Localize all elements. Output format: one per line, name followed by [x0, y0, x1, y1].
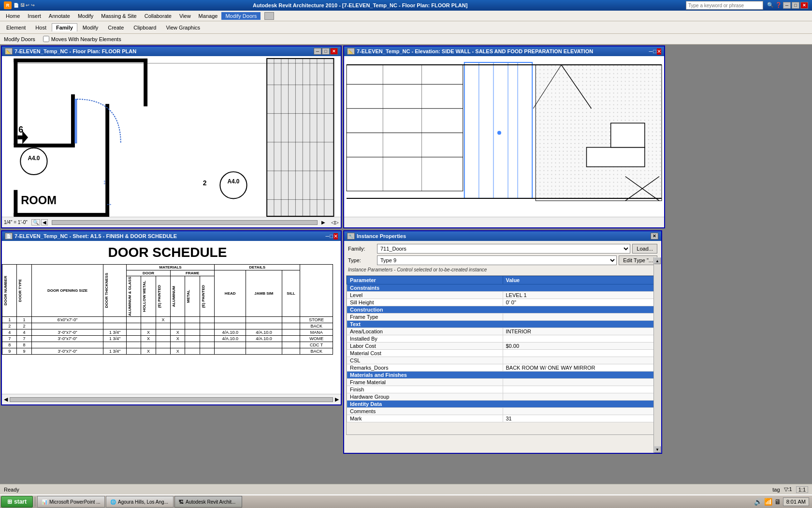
svg-text:2: 2	[203, 179, 207, 187]
floor-plan-statusbar: 1/4" = 1'-0" 🔍 ◀ ▶ ◁▷	[2, 217, 341, 227]
svg-text:↕: ↕	[103, 178, 106, 186]
taskbar-separator	[35, 497, 35, 507]
taskbar-item-browser[interactable]: 🌐 Agoura Hills, Los Ang...	[106, 496, 174, 508]
minimize-btn[interactable]: ─	[783, 2, 791, 9]
zoom-level: 1:1	[796, 486, 808, 493]
tab-view-graphics[interactable]: View Graphics	[161, 23, 204, 32]
svg-rect-6	[14, 190, 17, 216]
prop-labor-cost: Labor Cost$0.00	[347, 343, 659, 350]
tab-create[interactable]: Create	[103, 23, 128, 32]
type-select[interactable]: Type 9	[377, 255, 617, 265]
sched-row-8: 88 CDC T	[2, 342, 333, 348]
instance-desc: Instance Parameters - Control selected o…	[344, 266, 661, 274]
family-select[interactable]: 711_Doors	[377, 244, 630, 254]
svg-rect-56	[587, 148, 645, 167]
fp-maximize[interactable]: □	[322, 48, 330, 55]
prop-hardware-group: Hardware Group	[347, 393, 659, 401]
prop-mark: Mark31	[347, 415, 659, 422]
elev-close[interactable]: ✕	[657, 48, 661, 55]
svg-rect-15	[75, 99, 77, 143]
modify-doors-label: Modify Doors	[4, 36, 35, 42]
ds-close[interactable]: ✕	[334, 233, 338, 239]
elev-maximize[interactable]: □	[653, 48, 656, 55]
prop-level: LevelLEVEL 1	[347, 292, 659, 299]
tab-element[interactable]: Element	[2, 23, 30, 32]
tab-modify[interactable]: Modify	[78, 23, 102, 32]
section-text: Text	[347, 321, 659, 328]
moves-with-nearby-checkbox[interactable]: Moves With Nearby Elements	[43, 36, 121, 42]
tab-family[interactable]: Family	[52, 23, 77, 31]
prop-area-location: Area/LocationINTERIOR	[347, 328, 659, 335]
tab-host[interactable]: Host	[31, 23, 51, 32]
ds-maximize[interactable]: □	[330, 233, 333, 239]
prop-frame-material: Frame Material	[347, 379, 659, 386]
menu-view[interactable]: View	[175, 12, 195, 20]
door-schedule-titlebar: 📄 7-ELEVEN_Temp_NC - Sheet: A1.5 - FINIS…	[2, 231, 341, 241]
fp-scale: 1/4" = 1'-0"	[4, 220, 28, 225]
start-button[interactable]: ⊞ start	[1, 496, 33, 508]
value-header: Value	[503, 276, 659, 284]
edit-type-btn[interactable]: Edit Type "...	[619, 255, 657, 265]
sched-row-7: 773'-0"x7'-0"1 3/4" XX 4/A.10.04/A.10.0W…	[2, 336, 333, 342]
svg-point-52	[497, 131, 501, 134]
floor-plan-content: ROOM 06 6 A4.0 ↕ ↔	[2, 56, 341, 217]
section-construction: Construction	[347, 306, 659, 314]
param-header: Parameter	[347, 276, 503, 284]
floor-plan-titlebar: 📐 7-ELEVEN_Temp_NC - Floor Plan: FLOOR P…	[2, 46, 341, 56]
tab-clipboard[interactable]: Clipboard	[129, 23, 160, 32]
svg-rect-7	[14, 213, 109, 217]
props-scroll-area[interactable]: Parameter Value Constraints LevelLEVEL 1…	[346, 275, 659, 435]
instance-props-close-btn[interactable]: ✕	[651, 233, 658, 239]
menu-massing[interactable]: Massing & Site	[97, 12, 140, 20]
load-btn[interactable]: Load...	[632, 244, 657, 254]
svg-rect-1	[14, 59, 17, 145]
ds-minimize[interactable]: ─	[326, 233, 330, 239]
maximize-btn[interactable]: □	[792, 2, 799, 9]
properties-table: Parameter Value Constraints LevelLEVEL 1…	[347, 276, 659, 422]
title-bar: R 📄 🖫 ↩ ↪ Autodesk Revit Architecture 20…	[0, 0, 812, 11]
menu-insert[interactable]: Insert	[24, 12, 45, 20]
door-schedule-content: DOOR SCHEDULE DOOR NUMBER DOOR TYPE DOOR…	[2, 241, 341, 394]
svg-rect-3	[144, 59, 147, 106]
door-schedule-title: 7-ELEVEN_Temp_NC - Sheet: A1.5 - FINISH …	[14, 233, 326, 239]
menu-modify[interactable]: Modify	[74, 12, 97, 20]
elevation-svg	[344, 56, 664, 217]
family-label: Family:	[348, 246, 377, 252]
taskbar-item-powerpoint[interactable]: 📊 Microsoft PowerPoint ...	[37, 496, 105, 508]
elev-minimize[interactable]: ─	[649, 48, 653, 55]
svg-rect-5	[71, 94, 75, 148]
status-tag: tag	[772, 487, 780, 493]
instance-props-title: Instance Properties	[357, 233, 651, 239]
prop-csl: CSL	[347, 357, 659, 364]
instance-properties-panel: 🔧 Instance Properties ✕ Family: 711_Door…	[343, 230, 662, 454]
elevation-window: 📐 7-ELEVEN_Temp_NC - Elevation: SIDE WAL…	[343, 45, 665, 228]
taskbar-icons: 🔊 📶 🖥	[754, 498, 781, 506]
search-input[interactable]	[686, 1, 763, 10]
prop-frame-type: Frame Type	[347, 314, 659, 321]
menu-manage[interactable]: Manage	[195, 12, 222, 20]
fp-close[interactable]: ✕	[330, 48, 338, 55]
menu-annotate[interactable]: Annotate	[45, 12, 74, 20]
section-materials: Materials and Finishes	[347, 372, 659, 379]
menu-home[interactable]: Home	[2, 12, 24, 20]
menu-modify-doors[interactable]: Modify Doors	[221, 12, 261, 20]
door-schedule-window: 📄 7-ELEVEN_Temp_NC - Sheet: A1.5 - FINIS…	[1, 230, 342, 405]
sched-row-1: 116'x0"x7'-0" X STORE	[2, 317, 333, 323]
close-btn[interactable]: ✕	[800, 2, 808, 9]
props-scrollbar-v[interactable]: ▲ ▼	[653, 257, 661, 453]
elevation-titlebar: 📐 7-ELEVEN_Temp_NC - Elevation: SIDE WAL…	[344, 46, 664, 56]
door-schedule-statusbar: ◀ ▶	[2, 394, 341, 404]
ribbon: Element Host Family Modify Create Clipbo…	[0, 21, 812, 34]
svg-rect-4	[14, 144, 71, 148]
main-area: 📐 7-ELEVEN_Temp_NC - Floor Plan: FLOOR P…	[0, 45, 812, 508]
prop-finish: Finish	[347, 386, 659, 393]
svg-rect-40	[347, 65, 463, 191]
elevation-statusbar	[344, 217, 664, 227]
fp-minimize[interactable]: ─	[314, 48, 321, 55]
menu-collaborate[interactable]: Collaborate	[141, 12, 175, 20]
taskbar-item-revit[interactable]: 🏗 Autodesk Revit Archit...	[174, 496, 242, 508]
door-schedule-table: DOOR NUMBER DOOR TYPE DOOR OPENING SIZE …	[2, 264, 333, 355]
section-constraints: Constraints	[347, 284, 659, 292]
prop-sill-height: Sill Height0' 0"	[347, 299, 659, 306]
floor-plan-svg: ROOM 06 6 A4.0 ↕ ↔	[2, 56, 341, 217]
